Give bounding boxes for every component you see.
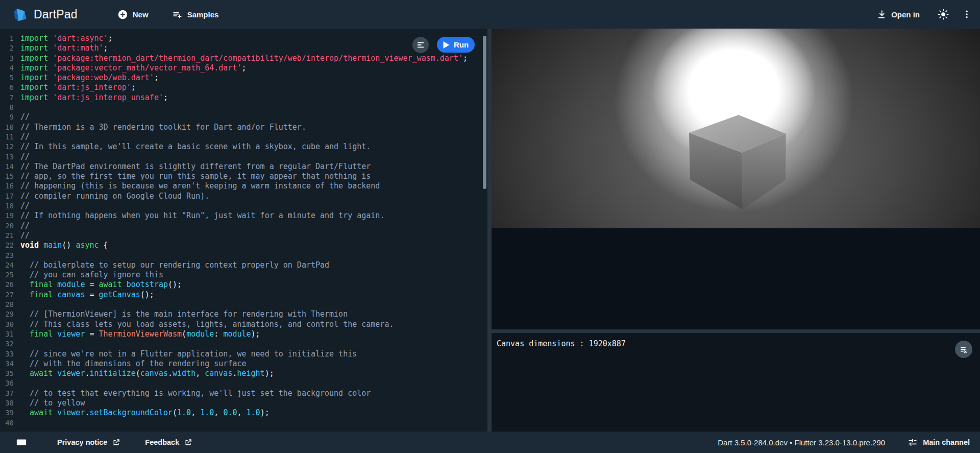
add-circle-icon bbox=[117, 9, 128, 20]
token-pl: = bbox=[85, 290, 99, 299]
code-text: import 'dart:js_interop_unsafe'; bbox=[20, 93, 168, 103]
token-cm: // bbox=[20, 201, 30, 210]
line-number: 1 bbox=[0, 34, 20, 43]
token-id: viewer bbox=[57, 329, 85, 339]
line-number: 27 bbox=[0, 290, 20, 300]
code-line: 38 // to yellow bbox=[0, 398, 487, 408]
output-frame-background bbox=[492, 228, 980, 329]
code-line: 22void main() async { bbox=[0, 241, 487, 250]
token-num: 0.0 bbox=[223, 408, 237, 417]
horizontal-splitter[interactable] bbox=[492, 329, 980, 333]
line-number: 23 bbox=[0, 251, 20, 260]
privacy-notice-link[interactable]: Privacy notice bbox=[57, 438, 120, 447]
code-line: 6import 'dart:js_interop'; bbox=[0, 83, 487, 92]
code-text: final canvas = getCanvas(); bbox=[20, 290, 154, 300]
sdk-version-text: Dart 3.5.0-284.0.dev • Flutter 3.23.0-13… bbox=[718, 438, 885, 447]
code-line: 24 // boilerplate to setup our rendering… bbox=[0, 260, 487, 270]
line-number: 15 bbox=[0, 172, 20, 181]
code-line: 26 final module = await bootstrap(); bbox=[0, 280, 487, 290]
token-id: module bbox=[223, 329, 251, 339]
new-button-label: New bbox=[133, 10, 149, 19]
brightness-toggle-button[interactable] bbox=[934, 5, 952, 23]
line-number: 37 bbox=[0, 389, 20, 398]
tune-icon bbox=[908, 437, 918, 447]
token-id: canvas bbox=[205, 369, 232, 378]
token-pl: ( bbox=[136, 369, 140, 378]
token-kw: final bbox=[30, 280, 57, 289]
token-id: viewer bbox=[57, 408, 85, 417]
token-num: 1.0 bbox=[247, 408, 260, 417]
token-cls: ThermionViewerWasm bbox=[99, 329, 182, 339]
token-pl: , bbox=[237, 408, 246, 417]
token-pl: ; bbox=[163, 93, 168, 102]
code-editor[interactable]: 1import 'dart:async';2import 'dart:math'… bbox=[0, 29, 487, 432]
token-cm: // If nothing happens when you hit "Run"… bbox=[20, 211, 384, 220]
line-number: 14 bbox=[0, 162, 20, 172]
clear-console-button[interactable] bbox=[955, 341, 972, 358]
samples-button[interactable]: Samples bbox=[172, 9, 219, 20]
code-line: 18// bbox=[0, 201, 487, 211]
token-kw: import bbox=[20, 83, 53, 92]
line-number: 19 bbox=[0, 211, 20, 221]
token-kw: import bbox=[20, 34, 53, 43]
code-line: 36 bbox=[0, 378, 487, 388]
token-kw: async bbox=[76, 241, 99, 250]
token-id: setBackgroundColor bbox=[89, 408, 173, 417]
token-str: 'dart:js_interop' bbox=[53, 83, 131, 92]
token-kw: import bbox=[20, 54, 53, 63]
code-text: import 'package:web/web.dart'; bbox=[20, 73, 159, 83]
token-kw: await bbox=[30, 408, 57, 417]
line-number: 2 bbox=[0, 43, 20, 53]
token-str: 'package:thermion_dart/thermion_dart/com… bbox=[53, 54, 463, 63]
code-text: import 'dart:async'; bbox=[20, 34, 113, 43]
code-line: 16// happening (this is because we aren'… bbox=[0, 181, 487, 191]
token-pl bbox=[20, 369, 30, 378]
token-cm: // In this sample, we'll create a basic … bbox=[20, 142, 371, 151]
token-id: main bbox=[43, 241, 62, 250]
kebab-menu-icon bbox=[962, 9, 972, 19]
token-cm: // compiler running on Google Cloud Run)… bbox=[20, 192, 209, 201]
token-kw: final bbox=[30, 290, 57, 299]
code-line: 39 await viewer.setBackgroundColor(1.0, … bbox=[0, 408, 487, 418]
line-number: 18 bbox=[0, 201, 20, 211]
format-button[interactable] bbox=[412, 37, 429, 53]
token-cm: // to test that everything is working, w… bbox=[20, 389, 371, 398]
console-output: Canvas dimensions : 980x453 bbox=[497, 339, 975, 349]
code-text: import 'package:vector_math/vector_math_… bbox=[20, 63, 247, 73]
code-text: import 'dart:math'; bbox=[20, 43, 108, 53]
code-line: 13// bbox=[0, 152, 487, 162]
open-in-button[interactable]: Open in bbox=[876, 9, 920, 19]
token-pl: (); bbox=[140, 290, 154, 299]
token-cm: // bbox=[20, 132, 30, 141]
channel-label: Main channel bbox=[923, 438, 970, 446]
vertical-splitter[interactable] bbox=[487, 29, 492, 432]
feedback-link[interactable]: Feedback bbox=[145, 438, 192, 447]
token-kw: import bbox=[20, 43, 53, 53]
line-number: 4 bbox=[0, 63, 20, 73]
line-number: 6 bbox=[0, 83, 20, 92]
code-text: // bbox=[20, 112, 30, 122]
code-line: 9// bbox=[0, 112, 487, 122]
new-button[interactable]: New bbox=[117, 9, 149, 20]
playlist-add-icon bbox=[172, 9, 183, 20]
run-button[interactable]: Run bbox=[437, 37, 475, 53]
code-text: // Thermion is a 3D rendering toolkit fo… bbox=[20, 123, 306, 132]
keyboard-shortcuts-button[interactable] bbox=[12, 433, 31, 451]
line-number: 20 bbox=[0, 221, 20, 231]
line-number: 13 bbox=[0, 152, 20, 162]
line-number: 35 bbox=[0, 369, 20, 378]
line-number: 12 bbox=[0, 142, 20, 152]
line-number: 40 bbox=[0, 418, 20, 428]
channel-selector-button[interactable]: Main channel bbox=[908, 437, 970, 447]
editor-scrollbar-thumb[interactable] bbox=[483, 36, 486, 189]
token-cm: // This class lets you load assets, ligh… bbox=[20, 320, 394, 329]
code-text: // bbox=[20, 152, 30, 162]
overflow-menu-button[interactable] bbox=[958, 5, 976, 23]
code-line: 30 // This class lets you load assets, l… bbox=[0, 320, 487, 329]
token-pl: (); bbox=[168, 280, 182, 289]
token-cm: // app, so the first time you run this s… bbox=[20, 172, 371, 181]
line-number: 3 bbox=[0, 54, 20, 63]
line-number: 5 bbox=[0, 73, 20, 83]
token-str: 'dart:js_interop_unsafe' bbox=[53, 93, 163, 102]
token-pl bbox=[20, 408, 30, 417]
